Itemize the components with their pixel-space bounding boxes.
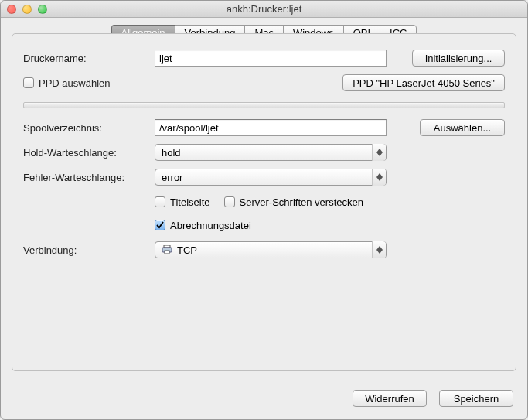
titlebar: ankh:Drucker:ljet xyxy=(1,1,527,18)
hide-server-fonts-label: Server-Schriften verstecken xyxy=(240,196,363,208)
traffic-lights xyxy=(7,5,47,14)
hide-server-fonts-checkbox[interactable] xyxy=(224,196,235,207)
window: ankh:Drucker:ljet Allgemein Verbindung M… xyxy=(0,0,528,420)
hold-queue-select[interactable]: hold xyxy=(155,144,387,161)
updown-icon xyxy=(372,169,386,186)
label-hold-queue: Hold-Warteschlange: xyxy=(23,147,155,159)
updown-icon xyxy=(372,144,386,161)
svg-rect-2 xyxy=(165,251,169,254)
content-panel: Druckername: Initialisierung... PPD ausw… xyxy=(12,33,516,371)
error-queue-select[interactable]: error xyxy=(155,169,387,186)
zoom-icon[interactable] xyxy=(38,5,47,14)
updown-icon xyxy=(372,241,386,258)
titlepage-label: Titelseite xyxy=(170,196,210,208)
ppd-select-label: PPD auswählen xyxy=(39,77,111,89)
choose-button[interactable]: Auswählen... xyxy=(420,119,505,136)
label-error-queue: Fehler-Warteschlange: xyxy=(23,172,155,183)
label-connection: Verbindung: xyxy=(23,244,155,256)
revert-button[interactable]: Widerrufen xyxy=(353,390,427,407)
error-queue-value: error xyxy=(162,172,182,183)
printer-name-field[interactable] xyxy=(155,50,387,67)
separator xyxy=(23,102,505,108)
footer-buttons: Widerrufen Speichern xyxy=(353,390,513,407)
accounting-file-checkbox[interactable] xyxy=(155,220,165,230)
titlepage-checkbox[interactable] xyxy=(155,196,165,207)
spool-dir-field[interactable] xyxy=(155,119,387,136)
save-button[interactable]: Speichern xyxy=(439,390,513,407)
initialize-button[interactable]: Initialisierung... xyxy=(412,50,505,67)
hold-queue-value: hold xyxy=(162,147,181,159)
printer-icon xyxy=(162,245,172,254)
ppd-info-button[interactable]: PPD "HP LaserJet 4050 Series" xyxy=(342,74,505,91)
connection-select[interactable]: TCP xyxy=(155,241,387,258)
ppd-select-checkbox[interactable] xyxy=(23,77,34,88)
window-title: ankh:Drucker:ljet xyxy=(1,3,527,15)
connection-value: TCP xyxy=(177,244,197,256)
label-printer-name: Druckername: xyxy=(23,53,155,64)
close-icon[interactable] xyxy=(7,5,16,14)
minimize-icon[interactable] xyxy=(22,5,32,14)
accounting-file-label: Abrechnungsdatei xyxy=(170,220,251,231)
label-spool-dir: Spoolverzeichnis: xyxy=(23,122,155,134)
